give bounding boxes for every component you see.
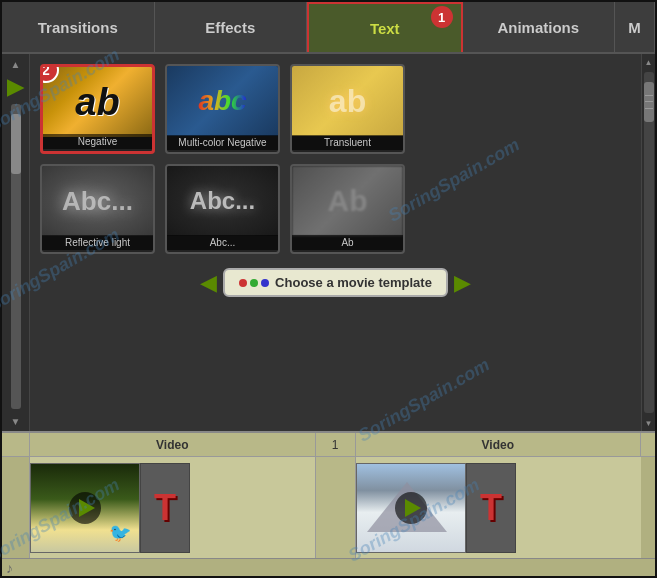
timeline-footer: ♪: [2, 558, 655, 576]
right-scroll-track[interactable]: [644, 72, 654, 413]
play-btn-overlay-1: [69, 492, 101, 524]
transluent-label: Transluent: [292, 135, 403, 150]
left-sidebar: ▲ ▼: [2, 54, 30, 431]
tab-transitions[interactable]: Transitions: [2, 2, 155, 52]
grid-row-1: 2 ab Negative abc Multi-color Negative a…: [40, 64, 631, 154]
right-scrollbar[interactable]: ▲ ▼: [641, 54, 655, 431]
dot-blue: [261, 279, 269, 287]
t-block-1: T: [140, 463, 190, 553]
grid-row-2: Abc... Reflective light Abc... Abc... Ab…: [40, 164, 631, 254]
t-letter-1: T: [154, 487, 176, 529]
grip-line-1: [645, 95, 653, 96]
main-container: Transitions Effects Text 1 Animations M …: [0, 0, 657, 578]
timeline-header: Video 1 Video: [2, 433, 655, 457]
grid-item-abc-glow[interactable]: Abc... Abc...: [165, 164, 280, 254]
tab-animations[interactable]: Animations: [463, 2, 616, 52]
timeline-col1-label: Video: [30, 433, 316, 456]
timeline-num-divider: [316, 457, 356, 558]
timeline-area: Video 1 Video 🐦 T: [2, 431, 655, 576]
timeline-content: 🐦 T T: [2, 457, 655, 558]
scroll-grip-lines: [645, 92, 653, 112]
content-area: ▲ ▼ 2 ab Negative abc Multi-co: [2, 54, 655, 431]
sidebar-scrollbar[interactable]: [11, 104, 21, 409]
video-thumb-2: [356, 463, 466, 553]
tab-more-label: M: [628, 19, 641, 36]
grip-line-2: [645, 101, 653, 102]
scroll-down-arrow[interactable]: ▼: [2, 411, 29, 431]
timeline-track-1: 🐦 T: [30, 457, 316, 558]
ab-blur-label: Ab: [292, 235, 403, 250]
timeline-sidebar-spacer: [2, 433, 30, 456]
timeline-track-2: T: [356, 457, 641, 558]
t-block-2: T: [466, 463, 516, 553]
scrollbar-thumb: [11, 114, 21, 174]
multicolor-preview: abc: [167, 66, 278, 136]
tab-animations-label: Animations: [497, 19, 579, 36]
right-arrow-icon: ▶: [454, 270, 471, 296]
play-triangle-2: [405, 499, 421, 517]
grid-item-reflective[interactable]: Abc... Reflective light: [40, 164, 155, 254]
choose-template-button[interactable]: Choose a movie template: [223, 268, 448, 297]
transluent-preview: ab: [292, 66, 403, 136]
tab-effects-label: Effects: [205, 19, 255, 36]
dot-red: [239, 279, 247, 287]
grid-item-ab-blur[interactable]: Ab Ab: [290, 164, 405, 254]
play-btn-overlay-2: [395, 492, 427, 524]
negative-preview: ab: [43, 67, 152, 137]
play-triangle-1: [79, 499, 95, 517]
tab-text-label: Text: [370, 20, 400, 37]
footer-icon: ♪: [6, 560, 13, 576]
ab-blur-preview: Ab: [292, 166, 403, 236]
multicolor-label: Multi-color Negative: [167, 135, 278, 150]
right-scroll-down[interactable]: ▼: [642, 415, 655, 431]
reflective-label: Reflective light: [42, 235, 153, 250]
grid-item-multicolor[interactable]: abc Multi-color Negative: [165, 64, 280, 154]
abc-glow-label: Abc...: [167, 235, 278, 250]
right-scroll-thumb: [644, 82, 654, 122]
left-arrow-icon: ◀: [200, 270, 217, 296]
grid-item-transluent[interactable]: ab Transluent: [290, 64, 405, 154]
dot-green: [250, 279, 258, 287]
scroll-up-arrow[interactable]: ▲: [2, 54, 29, 74]
grid-item-negative[interactable]: 2 ab Negative: [40, 64, 155, 154]
annotation-bird: 🐦: [109, 522, 131, 544]
timeline-col1-num: 1: [316, 433, 356, 456]
tab-bar: Transitions Effects Text 1 Animations M: [2, 2, 655, 54]
timeline-left-sidebar: [2, 457, 30, 558]
grid-area: 2 ab Negative abc Multi-color Negative a…: [30, 54, 641, 431]
template-dots: [239, 279, 269, 287]
tab-transitions-label: Transitions: [38, 19, 118, 36]
video-thumb-1: 🐦: [30, 463, 140, 553]
tab-text[interactable]: Text 1: [307, 2, 463, 52]
negative-label: Negative: [43, 134, 152, 149]
timeline-scrollbar-spacer: [641, 433, 655, 456]
reflective-preview: Abc...: [42, 166, 153, 236]
t-letter-2: T: [480, 487, 502, 529]
tab-effects[interactable]: Effects: [155, 2, 308, 52]
timeline-col2-label: Video: [356, 433, 642, 456]
abc-glow-preview: Abc...: [167, 166, 278, 236]
timeline-right-scrollbar: [641, 457, 655, 558]
tab-badge: 1: [431, 6, 453, 28]
tab-more[interactable]: M: [615, 2, 655, 52]
play-button[interactable]: [7, 79, 25, 97]
template-button-label: Choose a movie template: [275, 275, 432, 290]
right-scroll-up[interactable]: ▲: [642, 54, 655, 70]
grip-line-3: [645, 108, 653, 109]
